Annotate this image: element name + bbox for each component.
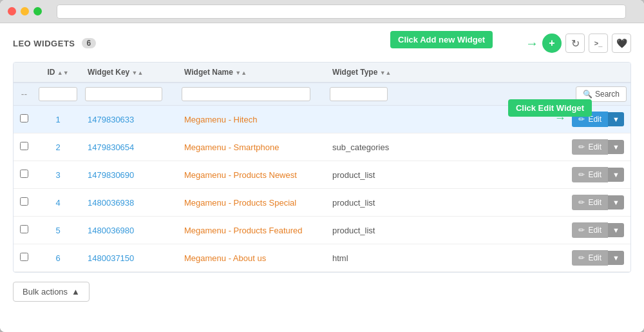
filter-type-cell [326,83,490,106]
widget-name-sort-icon[interactable]: ▼▲ [235,70,247,76]
row6-id-link[interactable]: 6 [55,253,60,263]
table-row: 1 1479830633 Megamenu - Hitech Click Edi… [14,106,630,133]
filter-key-cell [81,83,178,106]
row1-key-link[interactable]: 1479830633 [88,115,134,124]
maximize-icon[interactable] [33,7,42,15]
filter-row: -- [14,83,630,106]
row6-type: html [326,244,490,272]
search-label: Search [595,90,620,99]
row2-key-link[interactable]: 1479830654 [88,142,134,152]
add-widget-button[interactable]: + [542,34,562,53]
filter-name-input[interactable] [182,87,310,101]
refresh-button[interactable]: ↻ [565,34,585,53]
pencil-icon: ✏ [578,142,585,151]
row3-checkbox[interactable] [20,170,28,178]
row6-name-link[interactable]: Megamenu - About us [184,253,266,263]
table-row: 4 1480036938 Megamenu - Products Special… [14,189,630,217]
row1-type [326,106,490,133]
row1-edit-button[interactable]: ✏ Edit [572,112,608,127]
row5-type: product_list [326,217,490,244]
main-content: LEO WIDGETS 6 Click Add new Widget → + ↻… [0,23,644,332]
terminal-button[interactable]: >_ [589,34,608,53]
count-badge: 6 [82,38,97,48]
row2-edit-dropdown[interactable]: ▼ [608,140,624,154]
row2-edit-label: Edit [588,142,601,151]
add-arrow-icon: → [526,36,538,51]
row2-type: sub_categories [326,133,490,161]
row1-edit-label: Edit [588,115,601,124]
row1-edit-dropdown[interactable]: ▼ [608,112,624,126]
row4-name-link[interactable]: Megamenu - Products Special [184,198,296,208]
pencil-icon: ✏ [578,170,585,179]
url-bar [57,5,626,19]
row1-edit-group: ✏ Edit ▼ [572,112,624,127]
row5-edit-button[interactable]: ✏ Edit [572,222,608,238]
row5-checkbox[interactable] [20,225,28,233]
row6-key-link[interactable]: 1480037150 [88,253,134,263]
row4-checkbox[interactable] [20,197,28,206]
row6-checkbox[interactable] [20,253,28,261]
th-id: ID ▲▼ [35,63,81,83]
row6-edit-button[interactable]: ✏ Edit [572,250,608,266]
row4-edit-button[interactable]: ✏ Edit [572,195,608,210]
titlebar [0,0,644,23]
th-checkbox [14,63,35,83]
row1-name-link[interactable]: Megamenu - Hitech [184,115,257,124]
filter-type-input[interactable] [330,87,388,101]
row5-name-link[interactable]: Megamenu - Products Featured [184,226,303,235]
filter-key-input[interactable] [85,87,162,101]
close-icon[interactable] [8,7,16,15]
app-window: LEO WIDGETS 6 Click Add new Widget → + ↻… [0,0,644,332]
row2-edit-button[interactable]: ✏ Edit [572,139,608,155]
row3-key-link[interactable]: 1479830690 [88,170,134,180]
id-sort-icon[interactable]: ▲▼ [57,70,69,76]
row3-edit-button[interactable]: ✏ Edit [572,167,608,182]
th-actions [490,63,630,83]
filter-name-cell [178,83,326,106]
row1-actions: Click Edit Widget → ✏ Edit ▼ [490,106,630,133]
page-title: LEO WIDGETS [13,39,75,48]
row3-edit-group: ✏ Edit ▼ [572,167,624,182]
table-row: 3 1479830690 Megamenu - Products Newest … [14,161,630,189]
row4-key-link[interactable]: 1480036938 [88,198,134,208]
caret-icon: ▲ [71,287,80,297]
th-widget-type: Widget Type ▼▲ [326,63,490,83]
row1-id-link[interactable]: 1 [55,115,60,124]
row3-id-link[interactable]: 3 [55,170,60,180]
pencil-icon: ✏ [578,198,585,207]
minimize-icon[interactable] [21,7,29,15]
row2-edit-group: ✏ Edit ▼ [572,139,624,155]
bulk-actions-button[interactable]: Bulk actions ▲ [13,282,90,302]
row4-id-link[interactable]: 4 [55,198,60,208]
row6-edit-group: ✏ Edit ▼ [572,250,624,266]
row4-type: product_list [326,189,490,217]
th-widget-key: Widget Key ▼▲ [81,63,178,83]
filter-id-input[interactable] [39,87,77,101]
bulk-actions-label: Bulk actions [23,287,68,297]
search-button[interactable]: 🔍 Search [576,86,627,102]
row2-checkbox[interactable] [20,142,28,150]
filter-search-cell: 🔍 Search [490,83,630,106]
row5-edit-dropdown[interactable]: ▼ [608,223,624,237]
row3-type: product_list [326,161,490,189]
row4-edit-dropdown[interactable]: ▼ [608,195,624,210]
pencil-icon: ✏ [578,253,585,262]
row3-name-link[interactable]: Megamenu - Products Newest [184,170,297,180]
widget-type-sort-icon[interactable]: ▼▲ [380,70,392,76]
search-icon: 🔍 [583,90,592,99]
row1-id: 1 [35,106,81,133]
row2-name-link[interactable]: Megamenu - Smartphone [184,142,279,152]
row3-edit-dropdown[interactable]: ▼ [608,168,624,182]
row4-edit-group: ✏ Edit ▼ [572,195,624,210]
add-widget-tooltip: Click Add new Widget [390,31,493,48]
row1-name: Megamenu - Hitech [178,106,326,133]
row2-id-link[interactable]: 2 [55,142,60,152]
page-header: LEO WIDGETS 6 Click Add new Widget → + ↻… [13,34,631,53]
row5-key-link[interactable]: 1480036980 [88,226,134,235]
row6-edit-dropdown[interactable]: ▼ [608,251,624,265]
database-button[interactable]: 🖤 [612,34,631,53]
row1-key: 1479830633 [81,106,178,133]
row5-id-link[interactable]: 5 [55,226,60,235]
row1-checkbox[interactable] [20,114,28,122]
widget-key-sort-icon[interactable]: ▼▲ [132,70,144,76]
